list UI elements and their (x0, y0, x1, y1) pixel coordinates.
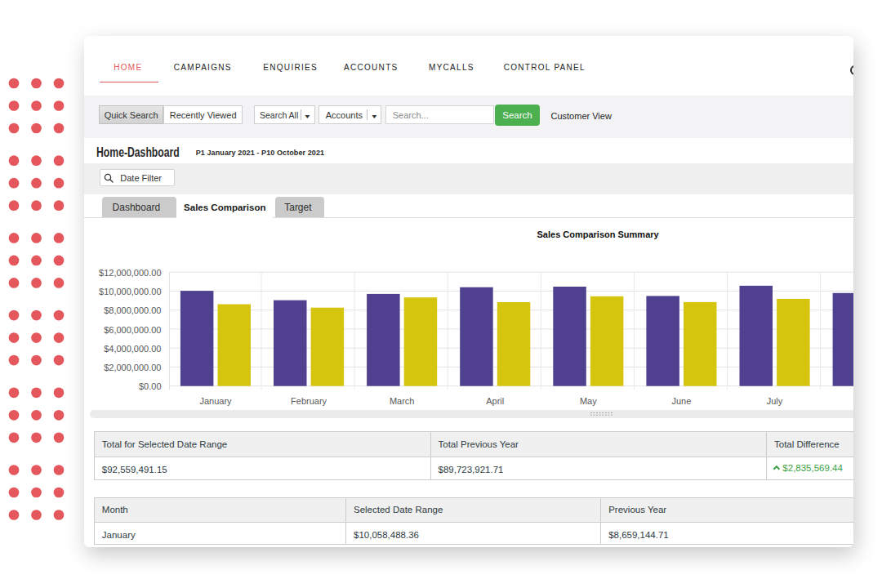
svg-text:April: April (486, 396, 504, 406)
svg-text:$4,000,000.00: $4,000,000.00 (104, 344, 161, 354)
svg-text:$8,000,000.00: $8,000,000.00 (104, 306, 161, 316)
svg-text:$2,000,000.00: $2,000,000.00 (104, 363, 161, 372)
svg-text:January: January (199, 396, 232, 406)
svg-text:February: February (291, 396, 327, 406)
svg-text:$12,000,000.00: $12,000,000.00 (99, 268, 161, 278)
svg-text:$10,000,000.00: $10,000,000.00 (99, 287, 161, 296)
svg-text:March: March (389, 396, 414, 406)
svg-text:$6,000,000.00: $6,000,000.00 (104, 325, 161, 335)
svg-text:June: June (671, 396, 691, 406)
svg-text:May: May (579, 396, 596, 406)
svg-text:$0.00: $0.00 (138, 382, 161, 392)
svg-text:July: July (766, 396, 782, 406)
